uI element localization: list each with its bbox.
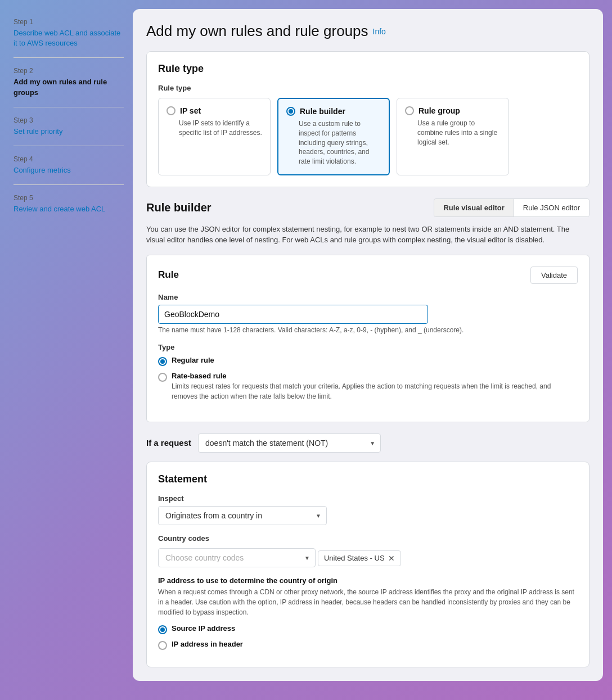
selected-country-tag: United States - US ✕ — [318, 550, 401, 566]
country-codes-form-group: Country codes Choose country codes Unite… — [158, 534, 578, 568]
rule-type-rule-builder[interactable]: Rule builder Use a custom rule to inspec… — [277, 98, 390, 175]
inspect-label: Inspect — [158, 494, 578, 503]
regular-rule-radio[interactable] — [158, 357, 167, 366]
if-request-row: If a request doesn't match the statement… — [146, 433, 590, 453]
page-title: Add my own rules and rule groups — [146, 22, 368, 40]
step1-label: Step 1 — [14, 18, 124, 26]
country-codes-select-wrapper: Choose country codes United States - US … — [158, 548, 316, 567]
inspect-form-group: Inspect Originates from a country in Ori… — [158, 494, 578, 525]
sidebar: Step 1 Describe web ACL and associate it… — [9, 9, 133, 681]
step5-label: Step 5 — [14, 194, 124, 202]
rule-builder-name: Rule builder — [300, 107, 345, 116]
rule-type-ip-set[interactable]: IP set Use IP sets to identify a specifi… — [158, 98, 271, 175]
rule-builder-title: Rule builder — [146, 201, 212, 214]
rule-type-section-title: Rule type — [158, 63, 578, 75]
rule-builder-radio[interactable] — [286, 107, 295, 116]
inspect-select-wrapper: Originates from a country in Originates … — [158, 506, 327, 525]
if-request-label: If a request — [146, 438, 191, 448]
ip-set-radio[interactable] — [166, 106, 176, 115]
ip-address-title: IP address to use to determine the count… — [158, 576, 578, 585]
rule-group-radio-row: Rule group — [405, 106, 501, 115]
sidebar-step-3: Step 3 Set rule priority — [14, 116, 124, 146]
rate-based-rule-option[interactable]: Rate-based rule Limits request rates for… — [158, 372, 578, 401]
rule-group-name: Rule group — [418, 106, 460, 115]
rule-builder-desc: Use a custom rule to inspect for pattern… — [286, 119, 381, 166]
sidebar-step-1: Step 1 Describe web ACL and associate it… — [14, 18, 124, 58]
rule-inner-header: Rule Validate — [158, 267, 578, 284]
rule-type-options: IP set Use IP sets to identify a specifi… — [158, 98, 578, 175]
sidebar-item-step3[interactable]: Set rule priority — [14, 127, 124, 137]
regular-rule-label: Regular rule — [172, 356, 214, 364]
rule-type-section: Rule type Rule type IP set Use IP sets t… — [146, 51, 590, 187]
rule-type-rule-group[interactable]: Rule group Use a rule group to combine r… — [397, 98, 509, 175]
rate-based-rule-desc: Limits request rates for requests that m… — [172, 381, 578, 401]
page-title-row: Add my own rules and rule groups Info — [146, 22, 590, 40]
type-label: Type — [158, 343, 578, 351]
rule-builder-section: Rule builder Rule visual editor Rule JSO… — [146, 198, 590, 668]
rate-based-rule-label: Rate-based rule — [172, 372, 578, 380]
rule-inner-title: Rule — [158, 269, 179, 281]
sidebar-item-step1[interactable]: Describe web ACL and associate it to AWS… — [14, 28, 124, 48]
ip-set-name: IP set — [180, 106, 201, 115]
source-ip-option[interactable]: Source IP address — [158, 624, 578, 634]
statement-title: Statement — [158, 473, 578, 485]
ip-address-section: IP address to use to determine the count… — [158, 576, 578, 650]
rule-type-field-label: Rule type — [158, 84, 578, 92]
ip-set-radio-row: IP set — [166, 106, 262, 115]
source-ip-label: Source IP address — [172, 624, 235, 633]
rule-group-desc: Use a rule group to combine rules into a… — [405, 119, 501, 147]
sidebar-item-step2[interactable]: Add my own rules and rule groups — [14, 77, 124, 97]
ip-address-desc: When a request comes through a CDN or ot… — [158, 587, 578, 617]
sidebar-item-step5[interactable]: Review and create web ACL — [14, 204, 124, 214]
info-link[interactable]: Info — [373, 27, 386, 36]
regular-rule-option[interactable]: Regular rule — [158, 356, 578, 366]
type-form-group: Type Regular rule Rate-based rule Limits… — [158, 343, 578, 401]
if-request-dropdown[interactable]: doesn't match the statement (NOT) matche… — [198, 433, 381, 453]
country-codes-dropdown[interactable]: Choose country codes United States - US … — [158, 548, 316, 567]
sidebar-step-5: Step 5 Review and create web ACL — [14, 194, 124, 223]
rate-based-rule-radio[interactable] — [158, 373, 167, 382]
step4-label: Step 4 — [14, 155, 124, 163]
selected-country-text: United States - US — [324, 554, 385, 562]
rule-inner-card: Rule Validate Name The name must have 1-… — [146, 255, 590, 422]
content-area: Add my own rules and rule groups Info Ru… — [133, 9, 603, 681]
header-ip-radio[interactable] — [158, 641, 167, 650]
name-label: Name — [158, 293, 578, 301]
name-form-group: Name The name must have 1-128 characters… — [158, 293, 578, 334]
header-ip-label: IP address in header — [172, 640, 243, 648]
rule-name-input[interactable] — [158, 305, 428, 324]
if-request-section: If a request doesn't match the statement… — [146, 433, 590, 668]
tab-rule-visual-editor[interactable]: Rule visual editor — [434, 199, 514, 216]
inspect-dropdown[interactable]: Originates from a country in Originates … — [158, 506, 327, 525]
sidebar-step-4: Step 4 Configure metrics — [14, 155, 124, 185]
source-ip-radio[interactable] — [158, 625, 167, 634]
ip-set-desc: Use IP sets to identify a specific list … — [166, 119, 262, 138]
tab-rule-json-editor[interactable]: Rule JSON editor — [514, 199, 589, 216]
country-codes-label: Country codes — [158, 534, 578, 543]
sidebar-item-step4[interactable]: Configure metrics — [14, 165, 124, 175]
editor-tabs: Rule visual editor Rule JSON editor — [434, 198, 590, 217]
step2-label: Step 2 — [14, 67, 124, 75]
rule-builder-radio-row: Rule builder — [286, 107, 381, 116]
name-hint: The name must have 1-128 characters. Val… — [158, 326, 578, 334]
sidebar-step-2: Step 2 Add my own rules and rule groups — [14, 67, 124, 107]
step3-label: Step 3 — [14, 116, 124, 124]
header-ip-option[interactable]: IP address in header — [158, 640, 578, 650]
main-container: Step 1 Describe web ACL and associate it… — [9, 9, 603, 681]
rule-builder-header: Rule builder Rule visual editor Rule JSO… — [146, 198, 590, 217]
if-request-select-wrapper: doesn't match the statement (NOT) matche… — [198, 433, 381, 453]
remove-country-button[interactable]: ✕ — [388, 554, 395, 563]
rule-builder-info: You can use the JSON editor for complex … — [146, 224, 590, 246]
rule-group-radio[interactable] — [405, 106, 414, 115]
validate-button[interactable]: Validate — [530, 267, 578, 284]
statement-card: Statement Inspect Originates from a coun… — [146, 462, 590, 668]
